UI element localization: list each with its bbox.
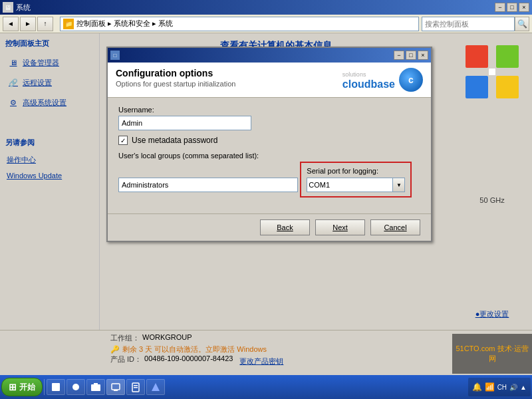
search-input[interactable] — [422, 17, 515, 31]
change-product-key-link[interactable]: 更改产品密钥 — [238, 354, 285, 368]
minimize-button[interactable]: − — [495, 3, 505, 12]
window-title: 系统 — [16, 3, 495, 13]
sidebar-label-remote: 远程设置 — [23, 78, 52, 88]
sidebar-extra-title: 另请参阅 — [5, 138, 94, 148]
select-dropdown-arrow[interactable]: ▼ — [393, 178, 405, 192]
serial-port-section: Serial port for logging: COM1 COM2 COM3 … — [300, 162, 412, 198]
svg-rect-7 — [134, 385, 138, 386]
sidebar: 控制面板主页 🖥 设备管理器 🔗 远程设置 ⚙ 高级系统设置 另请参阅 操作中心… — [0, 33, 100, 330]
back-button[interactable]: ◄ — [3, 17, 19, 31]
sidebar-item-device-manager[interactable]: 🖥 设备管理器 — [5, 54, 94, 71]
sidebar-item-action-center[interactable]: 操作中心 — [5, 153, 94, 167]
svg-point-1 — [72, 384, 79, 390]
forward-button[interactable]: ► — [20, 17, 36, 31]
product-id-label: 产品 ID： — [110, 354, 142, 371]
dialog-maximize-button[interactable]: □ — [406, 51, 416, 60]
maximize-button[interactable]: □ — [507, 3, 517, 12]
taskbar-btn-6[interactable] — [146, 379, 165, 395]
center-panel: 查看有关计算机的基本信息 □ − □ × Configuration op — [100, 33, 452, 330]
start-button[interactable]: ⊞ 开始 — [1, 378, 43, 396]
dialog-minimize-button[interactable]: − — [394, 51, 404, 60]
close-button[interactable]: × — [519, 3, 529, 12]
taskbar-icon-5 — [130, 382, 141, 392]
dialog-config-subtitle: Options for guest startup initialization — [116, 80, 235, 88]
taskbar-icon-1 — [51, 382, 61, 392]
back-label: Back — [277, 223, 293, 231]
dialog-icon: □ — [110, 51, 120, 60]
sidebar-item-windows-update[interactable]: Windows Update — [5, 170, 94, 182]
right-panel: 50 GHz ●更改设置 — [452, 33, 532, 330]
dialog-header: Configuration options Options for guest … — [108, 63, 431, 98]
windows-logo-red — [466, 45, 488, 68]
tray-volume-icon: 🔊 — [509, 384, 517, 391]
svg-rect-4 — [112, 384, 120, 390]
next-button[interactable]: Next — [315, 219, 365, 235]
cancel-button[interactable]: Cancel — [370, 219, 420, 235]
watermark-text: 51CTO.com 技术·运营网 — [452, 344, 532, 364]
svg-rect-5 — [114, 390, 118, 391]
logo-text-wrapper: solutions cloudbase — [342, 69, 395, 90]
up-button[interactable]: ↑ — [37, 17, 53, 31]
logo-circle-text: c — [408, 74, 414, 85]
remote-icon: 🔗 — [7, 76, 20, 89]
logo-brand-text: cloudbase — [342, 78, 395, 90]
serial-port-select[interactable]: COM1 COM2 COM3 COM4 — [307, 178, 393, 192]
taskbar-divider-1 — [44, 379, 45, 395]
advanced-icon: ⚙ — [7, 96, 20, 109]
metadata-checkbox-row: ✓ Use metadata password — [118, 136, 420, 145]
taskbar-icon-2 — [70, 382, 81, 392]
groups-input[interactable] — [118, 178, 298, 192]
workgroup-row: 工作组： WORKGROUP — [110, 333, 442, 343]
address-path: 控制面板 ▸ 系统和安全 ▸ 系统 — [76, 19, 173, 29]
start-icon: ⊞ — [9, 382, 17, 392]
folder-icon: 📁 — [63, 19, 74, 29]
serial-port-label: Serial port for logging: — [307, 167, 405, 175]
sidebar-title: 控制面板主页 — [5, 39, 94, 49]
taskbar: ⊞ 开始 🔔 📶 CH 🔊 ▲ — [0, 375, 532, 399]
svg-rect-3 — [94, 383, 98, 385]
taskbar-btn-1[interactable] — [47, 379, 65, 395]
info-bar-center: 工作组： WORKGROUP 🔑 剩余 3 天 可以自动激活。立即激活 Wind… — [105, 333, 447, 372]
taskbar-btn-4[interactable] — [106, 379, 125, 395]
username-input[interactable] — [118, 116, 251, 130]
change-settings-label: ●更改设置 — [475, 309, 509, 319]
product-id-row: 产品 ID： 00486-109-0000007-84423 更改产品密钥 — [110, 354, 442, 371]
sidebar-label-advanced: 高级系统设置 — [23, 98, 66, 108]
svg-rect-8 — [134, 387, 138, 388]
title-bar: 🖥 系统 − □ × — [0, 0, 532, 15]
username-label: Username: — [118, 106, 420, 114]
metadata-checkbox[interactable]: ✓ — [118, 136, 128, 145]
cpu-info: 50 GHz — [479, 196, 504, 204]
sidebar-item-remote[interactable]: 🔗 远程设置 — [5, 74, 94, 91]
workgroup-value: WORKGROUP — [142, 333, 192, 343]
groups-label: User's local groups (comma separated lis… — [118, 152, 420, 160]
taskbar-btn-3[interactable] — [86, 379, 105, 395]
dialog-title-buttons: − □ × — [394, 51, 428, 60]
title-bar-buttons: − □ × — [495, 3, 529, 12]
window-icon: 🖥 — [3, 2, 13, 13]
dialog-close-button[interactable]: × — [418, 51, 428, 60]
dialog-body: Username: ✓ Use metadata password User's… — [108, 98, 431, 213]
tray-icon-2: 📶 — [485, 382, 495, 392]
taskbar-btn-2[interactable] — [66, 379, 85, 395]
sidebar-item-advanced[interactable]: ⚙ 高级系统设置 — [5, 94, 94, 111]
cloudbase-logo: solutions cloudbase c — [342, 68, 423, 92]
sidebar-label-windows-update: Windows Update — [7, 172, 62, 180]
serial-select-wrapper: COM1 COM2 COM3 COM4 ▼ — [307, 178, 405, 192]
back-button[interactable]: Back — [260, 219, 310, 235]
activation-row: 🔑 剩余 3 天 可以自动激活。立即激活 Windows — [110, 344, 442, 354]
taskbar-btn-5[interactable] — [126, 379, 145, 395]
tray-icon-1: 🔔 — [472, 382, 482, 392]
dialog-config-title: Configuration options — [116, 68, 235, 78]
change-settings-link[interactable]: ●更改设置 — [475, 309, 509, 319]
next-label: Next — [332, 223, 348, 231]
dialog-header-text: Configuration options Options for guest … — [116, 68, 235, 88]
dialog-title-bar: □ − □ × — [108, 48, 431, 63]
search-button[interactable]: 🔍 — [515, 17, 529, 31]
tray-language[interactable]: CH — [497, 384, 507, 391]
svg-rect-2 — [91, 384, 100, 391]
taskbar-icon-6 — [150, 382, 161, 392]
activation-text: 剩余 3 天 可以自动激活。立即激活 Windows — [122, 344, 267, 354]
address-bar[interactable]: 📁 控制面板 ▸ 系统和安全 ▸ 系统 — [60, 17, 419, 31]
main-content: 控制面板主页 🖥 设备管理器 🔗 远程设置 ⚙ 高级系统设置 另请参阅 操作中心… — [0, 33, 532, 330]
